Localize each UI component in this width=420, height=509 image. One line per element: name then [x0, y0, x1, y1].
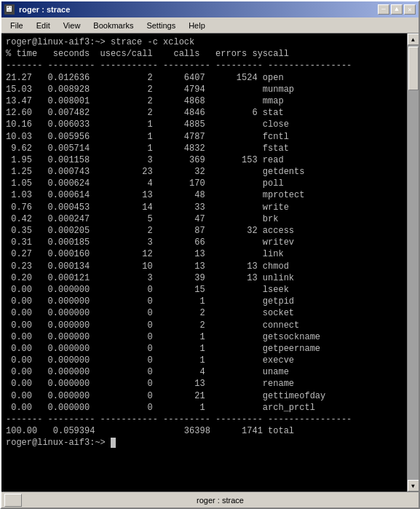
minimize-button[interactable]: ─	[378, 4, 389, 15]
menu-settings[interactable]: Settings	[140, 20, 181, 31]
scroll-down-button[interactable]: ▼	[408, 480, 419, 492]
main-window: 🖥 roger : strace ─ ▲ ✕ File Edit View Bo…	[0, 0, 420, 509]
title-bar-buttons: ─ ▲ ✕	[378, 4, 416, 15]
menu-help[interactable]: Help	[183, 20, 211, 31]
scroll-up-button[interactable]: ▲	[408, 33, 419, 45]
window-icon: 🖥	[4, 4, 15, 15]
title-bar: 🖥 roger : strace ─ ▲ ✕	[1, 1, 419, 17]
menu-bar: File Edit View Bookmarks Settings Help	[1, 17, 419, 33]
menu-edit[interactable]: Edit	[31, 20, 56, 31]
scrollbar-track[interactable]	[408, 45, 419, 480]
maximize-button[interactable]: ▲	[391, 4, 403, 15]
scrollbar-thumb[interactable]	[408, 47, 419, 90]
window-title: roger : strace	[19, 5, 70, 14]
terminal-container: roger@linux-aif3:~> strace -c xclock % t…	[1, 33, 419, 492]
status-label: roger : strace	[22, 496, 419, 505]
scrollbar: ▲ ▼	[407, 33, 419, 492]
close-button[interactable]: ✕	[404, 4, 416, 15]
status-bar: roger : strace	[1, 492, 419, 508]
terminal-output[interactable]: roger@linux-aif3:~> strace -c xclock % t…	[1, 33, 407, 492]
terminal-cursor	[111, 438, 116, 448]
status-icon	[4, 494, 22, 507]
menu-bookmarks[interactable]: Bookmarks	[87, 20, 139, 31]
menu-view[interactable]: View	[58, 20, 87, 31]
menu-file[interactable]: File	[4, 20, 29, 31]
